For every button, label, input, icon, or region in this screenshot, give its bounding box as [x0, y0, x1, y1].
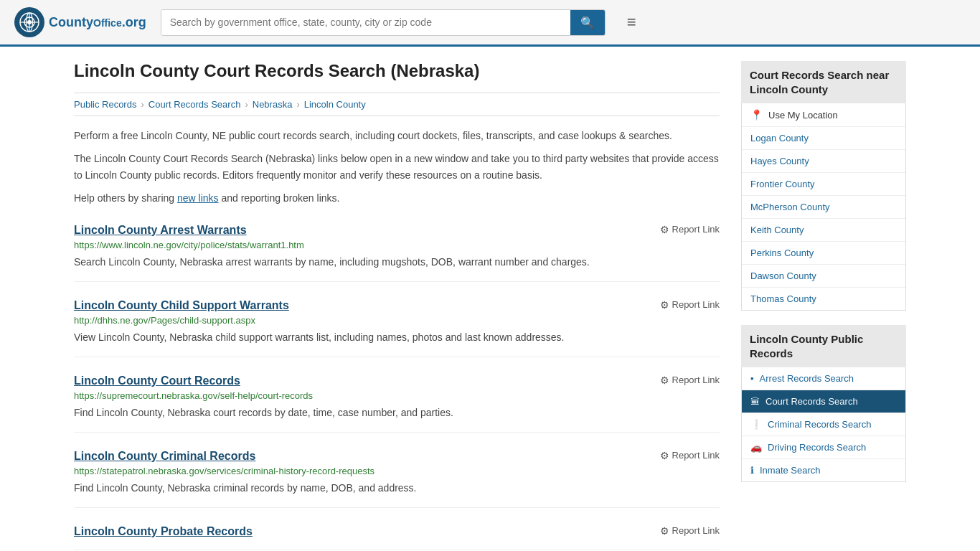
public-record-link-3[interactable]: 🚗Driving Records Search	[742, 436, 905, 458]
search-button[interactable]: 🔍	[570, 10, 605, 35]
site-header: CountyOffice.org 🔍 ≡	[0, 0, 980, 47]
county-link-3[interactable]: McPherson County	[742, 196, 905, 218]
result-title-2[interactable]: Lincoln County Court Records	[74, 375, 240, 387]
result-url-2[interactable]: https://supremecourt.nebraska.gov/self-h…	[74, 390, 720, 401]
result-title-4[interactable]: Lincoln County Probate Records	[74, 525, 253, 538]
county-link-2[interactable]: Frontier County	[742, 173, 905, 195]
public-record-icon-4: ℹ	[750, 465, 754, 476]
report-icon-2: ⚙	[660, 375, 669, 386]
result-title-1[interactable]: Lincoln County Child Support Warrants	[74, 299, 289, 312]
report-icon-1: ⚙	[660, 299, 669, 311]
report-link-1[interactable]: ⚙ Report Link	[660, 299, 720, 311]
public-record-icon-2: ❕	[750, 419, 762, 430]
nearby-heading: Court Records Search near Lincoln County	[741, 61, 906, 103]
location-icon: 📍	[750, 109, 763, 121]
county-item-2: Frontier County	[742, 173, 905, 196]
result-item: Lincoln County Child Support Warrants ⚙ …	[74, 299, 720, 357]
public-records-items: ▪Arrest Records Search🏛Court Records Sea…	[742, 367, 905, 481]
svg-point-5	[27, 20, 32, 24]
county-item-7: Thomas County	[742, 288, 905, 310]
county-link-5[interactable]: Perkins County	[742, 242, 905, 264]
report-link-0[interactable]: ⚙ Report Link	[660, 224, 720, 235]
result-item: Lincoln County Probate Records ⚙ Report …	[74, 525, 720, 550]
county-link-7[interactable]: Thomas County	[742, 288, 905, 310]
public-record-item-2: ❕Criminal Records Search	[742, 413, 905, 436]
county-link-1[interactable]: Hayes County	[742, 150, 905, 172]
public-record-item-4: ℹInmate Search	[742, 459, 905, 481]
county-links: Logan CountyHayes CountyFrontier CountyM…	[742, 127, 905, 310]
result-title-3[interactable]: Lincoln County Criminal Records	[74, 450, 255, 463]
public-record-link-0[interactable]: ▪Arrest Records Search	[742, 367, 905, 390]
county-item-0: Logan County	[742, 127, 905, 150]
public-record-item-1: 🏛Court Records Search	[742, 390, 905, 413]
report-icon-0: ⚙	[660, 224, 669, 235]
main-container: Lincoln County Court Records Search (Neb…	[60, 47, 920, 551]
report-link-3[interactable]: ⚙ Report Link	[660, 450, 720, 461]
result-desc-3: Find Lincoln County, Nebraska criminal r…	[74, 481, 720, 496]
public-record-item-0: ▪Arrest Records Search	[742, 367, 905, 390]
breadcrumb-lincoln-county[interactable]: Lincoln County	[304, 99, 366, 110]
public-record-link-4[interactable]: ℹInmate Search	[742, 459, 905, 481]
public-record-link-2[interactable]: ❕Criminal Records Search	[742, 413, 905, 435]
result-url-1[interactable]: http://dhhs.ne.gov/Pages/child-support.a…	[74, 315, 720, 326]
search-input[interactable]	[161, 10, 570, 35]
public-record-icon-0: ▪	[750, 373, 754, 384]
public-record-icon-1: 🏛	[750, 396, 760, 407]
result-desc-1: View Lincoln County, Nebraska child supp…	[74, 330, 720, 345]
logo-icon	[14, 7, 44, 37]
county-item-3: McPherson County	[742, 196, 905, 219]
use-location-link[interactable]: 📍 Use My Location	[742, 103, 905, 126]
result-url-3[interactable]: https://statepatrol.nebraska.gov/service…	[74, 466, 720, 476]
report-icon-4: ⚙	[660, 525, 669, 537]
result-item: Lincoln County Criminal Records ⚙ Report…	[74, 450, 720, 508]
page-title: Lincoln County Court Records Search (Neb…	[74, 61, 720, 81]
new-links-link[interactable]: new links	[177, 192, 219, 204]
county-link-4[interactable]: Keith County	[742, 219, 905, 241]
sidebar: Court Records Search near Lincoln County…	[741, 61, 906, 550]
county-item-1: Hayes County	[742, 150, 905, 173]
public-record-icon-3: 🚗	[750, 442, 762, 453]
nearby-section: Court Records Search near Lincoln County…	[741, 61, 906, 311]
public-record-item-3: 🚗Driving Records Search	[742, 436, 905, 459]
result-desc-2: Find Lincoln County, Nebraska court reco…	[74, 405, 720, 420]
breadcrumb-nebraska[interactable]: Nebraska	[253, 99, 293, 110]
menu-icon[interactable]: ≡	[627, 13, 636, 32]
use-location-item: 📍 Use My Location	[742, 103, 905, 127]
report-link-2[interactable]: ⚙ Report Link	[660, 375, 720, 386]
public-records-section: Lincoln County Public Records ▪Arrest Re…	[741, 325, 906, 482]
main-content: Lincoln County Court Records Search (Neb…	[74, 61, 720, 550]
result-url-0[interactable]: https://www.lincoln.ne.gov/city/police/s…	[74, 240, 720, 250]
intro-paragraph-2: The Lincoln County Court Records Search …	[74, 151, 720, 183]
logo-text: CountyOffice.org	[49, 15, 146, 30]
county-link-0[interactable]: Logan County	[742, 127, 905, 149]
breadcrumb-public-records[interactable]: Public Records	[74, 99, 136, 110]
breadcrumb-court-records-search[interactable]: Court Records Search	[149, 99, 241, 110]
public-records-list: ▪Arrest Records Search🏛Court Records Sea…	[741, 367, 906, 482]
public-record-link-1[interactable]: 🏛Court Records Search	[742, 390, 905, 413]
nearby-list: 📍 Use My Location Logan CountyHayes Coun…	[741, 103, 906, 311]
county-item-6: Dawson County	[742, 265, 905, 288]
result-item: Lincoln County Arrest Warrants ⚙ Report …	[74, 224, 720, 282]
report-icon-3: ⚙	[660, 450, 669, 461]
search-bar: 🔍	[161, 9, 606, 36]
public-records-heading: Lincoln County Public Records	[741, 325, 906, 367]
intro-paragraph-1: Perform a free Lincoln County, NE public…	[74, 128, 720, 143]
logo-link[interactable]: CountyOffice.org	[14, 7, 146, 37]
county-item-5: Perkins County	[742, 242, 905, 265]
result-item: Lincoln County Court Records ⚙ Report Li…	[74, 375, 720, 433]
county-item-4: Keith County	[742, 219, 905, 242]
result-desc-0: Search Lincoln County, Nebraska arrest w…	[74, 255, 720, 270]
breadcrumb: Public Records › Court Records Search › …	[74, 93, 720, 116]
county-link-6[interactable]: Dawson County	[742, 265, 905, 287]
report-link-4[interactable]: ⚙ Report Link	[660, 525, 720, 537]
result-title-0[interactable]: Lincoln County Arrest Warrants	[74, 224, 247, 237]
results-list: Lincoln County Arrest Warrants ⚙ Report …	[74, 224, 720, 550]
intro-paragraph-3: Help others by sharing new links and rep…	[74, 190, 720, 206]
